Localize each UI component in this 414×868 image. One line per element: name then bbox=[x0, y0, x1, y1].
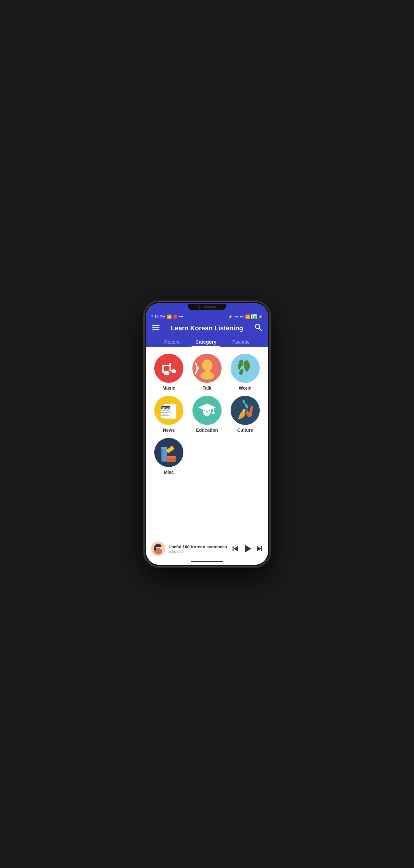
svg-rect-19 bbox=[162, 412, 170, 413]
player-thumbnail bbox=[151, 541, 165, 556]
svg-marker-39 bbox=[234, 546, 238, 551]
svg-marker-42 bbox=[257, 546, 261, 551]
bluetooth-icon: ⚡ bbox=[228, 314, 233, 319]
svg-rect-28 bbox=[162, 447, 163, 462]
world-circle bbox=[231, 354, 260, 383]
svg-rect-38 bbox=[154, 546, 156, 551]
svg-rect-2 bbox=[152, 330, 160, 330]
menu-button[interactable] bbox=[151, 324, 161, 332]
play-button[interactable] bbox=[243, 544, 252, 553]
svg-rect-40 bbox=[233, 546, 234, 551]
content-area: Music bbox=[146, 347, 268, 538]
culture-label: Culture bbox=[237, 428, 253, 433]
signal-bars-1: ▪▪▪ bbox=[234, 314, 238, 319]
battery-indicator: 47 bbox=[251, 314, 257, 319]
tab-category[interactable]: Category bbox=[192, 337, 220, 347]
music-label: Music bbox=[162, 385, 175, 391]
phone-frame: 7:15 PM 📶 🔴 ••• ⚡ ▪▪▪ ▪▪▪ 📶 47 ⚡ bbox=[144, 301, 270, 567]
svg-text:NEWS: NEWS bbox=[162, 407, 170, 410]
category-world[interactable]: World bbox=[228, 354, 263, 391]
svg-point-10 bbox=[202, 360, 212, 371]
app-title: Learn Korean Listening bbox=[161, 324, 253, 332]
categories-grid: Music bbox=[151, 354, 263, 478]
category-talk[interactable]: Talk bbox=[189, 354, 225, 391]
education-label: Education bbox=[196, 428, 218, 433]
phone-screen: 7:15 PM 📶 🔴 ••• ⚡ ▪▪▪ ▪▪▪ 📶 47 ⚡ bbox=[146, 303, 268, 565]
notch-area bbox=[146, 303, 268, 312]
player-info: Useful 100 Korean sentences Education bbox=[169, 545, 229, 553]
edu-circle bbox=[193, 396, 221, 425]
culture-circle bbox=[231, 396, 260, 425]
tab-favorite[interactable]: Favorite bbox=[228, 337, 253, 347]
app-header: Learn Korean Listening Recent Category bbox=[146, 320, 268, 347]
svg-rect-7 bbox=[170, 363, 171, 371]
category-news[interactable]: NEWS News bbox=[151, 396, 186, 433]
svg-rect-23 bbox=[203, 407, 211, 409]
svg-point-25 bbox=[212, 412, 215, 414]
status-left: 7:15 PM 📶 🔴 ••• bbox=[151, 314, 183, 319]
svg-point-26 bbox=[243, 409, 248, 414]
svg-rect-43 bbox=[261, 546, 262, 551]
svg-point-6 bbox=[171, 369, 176, 373]
talk-label: Talk bbox=[203, 385, 211, 391]
home-indicator bbox=[146, 559, 268, 565]
svg-rect-32 bbox=[167, 456, 176, 458]
status-right: ⚡ ▪▪▪ ▪▪▪ 📶 47 ⚡ bbox=[228, 314, 263, 319]
prev-button[interactable] bbox=[232, 546, 238, 552]
front-camera bbox=[198, 305, 201, 309]
player-track-subtitle: Education bbox=[169, 549, 229, 553]
header-row: Learn Korean Listening bbox=[151, 323, 263, 337]
notch bbox=[187, 304, 227, 310]
wifi-icon: 📶 bbox=[245, 314, 250, 319]
player-bar: Useful 100 Korean sentences Education bbox=[146, 538, 268, 559]
svg-rect-20 bbox=[162, 413, 168, 414]
misc-label: Misc bbox=[164, 470, 174, 475]
charging-icon: ⚡ bbox=[258, 314, 263, 319]
talk-circle bbox=[193, 354, 221, 383]
svg-rect-9 bbox=[162, 365, 171, 366]
news-circle: NEWS bbox=[154, 396, 183, 425]
app-icon-1: 🔴 bbox=[173, 314, 178, 319]
tabs-bar: Recent Category Favorite bbox=[151, 337, 263, 347]
world-label: World bbox=[239, 385, 251, 391]
svg-rect-0 bbox=[152, 325, 160, 326]
time-display: 7:15 PM bbox=[151, 314, 166, 319]
svg-rect-18 bbox=[162, 410, 170, 411]
earpiece bbox=[203, 306, 216, 308]
more-icon: ••• bbox=[179, 314, 183, 319]
home-bar[interactable] bbox=[191, 561, 223, 562]
svg-rect-1 bbox=[152, 328, 160, 329]
svg-line-4 bbox=[259, 328, 261, 330]
svg-rect-29 bbox=[162, 447, 167, 448]
svg-point-5 bbox=[164, 371, 170, 375]
svg-rect-21 bbox=[162, 415, 169, 416]
player-controls bbox=[232, 544, 263, 553]
tab-recent[interactable]: Recent bbox=[161, 337, 184, 347]
category-culture[interactable]: Culture bbox=[228, 396, 263, 433]
next-button[interactable] bbox=[256, 546, 263, 552]
signal-bars-2: ▪▪▪ bbox=[240, 314, 244, 319]
news-label: News bbox=[163, 428, 175, 433]
category-misc[interactable]: Misc bbox=[151, 438, 186, 475]
category-music[interactable]: Music bbox=[151, 354, 186, 391]
svg-point-12 bbox=[200, 372, 214, 380]
player-track-title: Useful 100 Korean sentences bbox=[169, 545, 229, 549]
category-education[interactable]: Education bbox=[189, 396, 225, 433]
svg-marker-41 bbox=[245, 545, 251, 553]
music-circle bbox=[154, 354, 183, 383]
search-button[interactable] bbox=[253, 323, 263, 333]
signal-icon: 📶 bbox=[167, 314, 172, 319]
status-bar: 7:15 PM 📶 🔴 ••• ⚡ ▪▪▪ ▪▪▪ 📶 47 ⚡ bbox=[146, 312, 268, 320]
misc-circle bbox=[154, 438, 183, 467]
